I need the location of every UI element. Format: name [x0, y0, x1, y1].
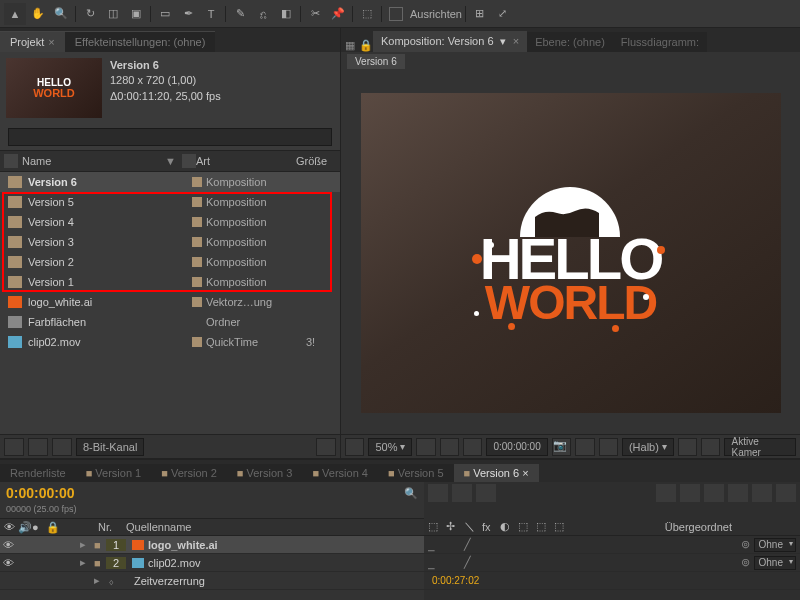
lock-column-icon[interactable]: 🔒 — [46, 521, 58, 533]
shy-toggle-icon[interactable]: ⬚ — [428, 520, 442, 533]
tab-projekt[interactable]: Projekt× — [0, 31, 65, 52]
auto-keyframe-icon[interactable] — [752, 484, 772, 502]
timeline-layer[interactable]: 👁 ▸ ■ 2 clip02.mov — [0, 554, 424, 572]
snapshot-icon[interactable]: 📷 — [552, 438, 571, 456]
timeline-tab[interactable]: ■ Version 5 — [378, 464, 454, 482]
timeline-tab[interactable]: Renderliste — [0, 464, 76, 482]
new-comp-icon[interactable] — [52, 438, 72, 456]
motion-blur-toggle-icon[interactable] — [704, 484, 724, 502]
zoom-tool[interactable]: 🔍 — [50, 3, 72, 25]
draft3d-icon[interactable] — [680, 484, 700, 502]
col-art[interactable]: Art — [196, 155, 296, 167]
brainstorm-icon[interactable] — [728, 484, 748, 502]
lock-icon[interactable]: 🔒 — [359, 39, 373, 52]
label-swatch[interactable] — [192, 337, 202, 347]
eraser-tool[interactable]: ◧ — [275, 3, 297, 25]
parent-dropdown[interactable]: Ohne — [754, 556, 796, 570]
current-timecode[interactable]: 0:00:00:00 — [6, 485, 75, 501]
tab-komposition[interactable]: Komposition: Version 6 ▾ × — [373, 31, 527, 52]
color-mgmt-icon[interactable] — [599, 438, 618, 456]
col-name[interactable]: Name — [22, 155, 51, 167]
solo-column-icon[interactable]: ● — [32, 521, 44, 533]
motion-blur-icon[interactable]: ◐ — [500, 520, 514, 533]
close-icon[interactable]: × — [522, 467, 528, 479]
close-icon[interactable]: × — [513, 35, 519, 47]
comp-flowchart-icon[interactable] — [656, 484, 676, 502]
timeline-tab[interactable]: ■ Version 1 — [76, 464, 152, 482]
close-icon[interactable]: × — [48, 36, 54, 48]
project-item[interactable]: Version 3 Komposition — [0, 232, 340, 252]
label-swatch[interactable] — [192, 297, 202, 307]
transparency-icon[interactable] — [678, 438, 697, 456]
camera-tool[interactable]: ◫ — [102, 3, 124, 25]
zoom-field[interactable]: 50% ▾ — [368, 438, 412, 456]
3d-view-icon[interactable] — [701, 438, 720, 456]
label-swatch[interactable] — [192, 217, 202, 227]
audio-column-icon[interactable]: 🔊 — [18, 521, 30, 533]
label-swatch[interactable] — [192, 237, 202, 247]
label-swatch[interactable] — [192, 277, 202, 287]
tab-flussdiagramm[interactable]: Flussdiagramm: — [613, 32, 707, 52]
shape-tool[interactable]: ▭ — [154, 3, 176, 25]
timeline-tab[interactable]: ■ Version 2 — [151, 464, 227, 482]
selection-tool[interactable]: ▲ — [4, 3, 26, 25]
rotate-tool[interactable]: ↻ — [79, 3, 101, 25]
project-item[interactable]: Version 1 Komposition — [0, 272, 340, 292]
hand-tool[interactable]: ✋ — [27, 3, 49, 25]
label-swatch[interactable] — [192, 197, 202, 207]
timeline-tab[interactable]: ■ Version 3 — [227, 464, 303, 482]
modes-icon[interactable] — [452, 484, 472, 502]
time-remap-row[interactable]: ▸ ⬨ Zeitverzerrung — [0, 572, 424, 590]
camera-field[interactable]: Aktive Kamer — [724, 438, 796, 456]
interpret-footage-icon[interactable] — [4, 438, 24, 456]
resolution-field[interactable]: (Halb) ▾ — [622, 438, 674, 456]
visibility-toggle[interactable]: 👁 — [0, 539, 16, 551]
project-item[interactable]: Version 2 Komposition — [0, 252, 340, 272]
project-item[interactable]: Farbflächen Ordner — [0, 312, 340, 332]
expand-icon[interactable]: ⤢ — [492, 3, 514, 25]
visibility-toggle[interactable]: 👁 — [0, 557, 16, 569]
col-size[interactable]: Größe — [296, 155, 336, 167]
composition-viewer[interactable]: HELLO WORLD — [341, 72, 800, 434]
mask-icon[interactable] — [463, 438, 482, 456]
tag-column-icon[interactable] — [182, 154, 196, 168]
clone-tool[interactable]: ⎌ — [252, 3, 274, 25]
project-item[interactable]: Version 6 Komposition — [0, 172, 340, 192]
grid-icon[interactable] — [416, 438, 435, 456]
project-item[interactable]: logo_white.ai Vektorz…ung — [0, 292, 340, 312]
project-search-input[interactable] — [8, 128, 332, 146]
proxy-icon[interactable]: ⊞ — [469, 3, 491, 25]
search-icon[interactable]: 🔍 — [404, 487, 418, 500]
panel-menu-icon[interactable]: ▦ — [341, 39, 359, 52]
tab-effekt[interactable]: Effekteinstellungen: (ohne) — [65, 31, 216, 52]
tab-ebene[interactable]: Ebene: (ohne) — [527, 32, 613, 52]
roto-tool[interactable]: ✂ — [304, 3, 326, 25]
parent-dropdown[interactable]: Ohne — [754, 538, 796, 552]
trash-icon[interactable] — [316, 438, 336, 456]
timeline-tab[interactable]: ■ Version 4 — [302, 464, 378, 482]
timecode-field[interactable]: 0:00:00:00 — [486, 438, 547, 456]
sub-timecode[interactable]: 0:00:27:02 — [428, 575, 479, 586]
channel-icon[interactable] — [575, 438, 594, 456]
new-folder-icon[interactable] — [28, 438, 48, 456]
shy-icon[interactable] — [776, 484, 796, 502]
breadcrumb-item[interactable]: Version 6 — [347, 54, 405, 69]
project-item[interactable]: clip02.mov QuickTime 3! — [0, 332, 340, 352]
timeline-layer[interactable]: 👁 ▸ ■ 1 logo_white.ai — [0, 536, 424, 554]
brush-tool[interactable]: ✎ — [229, 3, 251, 25]
bit-depth-field[interactable]: 8-Bit-Kanal — [76, 438, 144, 456]
guides-icon[interactable] — [440, 438, 459, 456]
project-item[interactable]: Version 5 Komposition — [0, 192, 340, 212]
label-swatch[interactable] — [192, 177, 202, 187]
text-tool[interactable]: T — [200, 3, 222, 25]
local-axis-icon[interactable]: ⬚ — [356, 3, 378, 25]
pan-behind-tool[interactable]: ▣ — [125, 3, 147, 25]
eye-column-icon[interactable]: 👁 — [4, 521, 16, 533]
region-icon[interactable] — [345, 438, 364, 456]
snap-checkbox[interactable] — [389, 7, 403, 21]
project-item[interactable]: Version 4 Komposition — [0, 212, 340, 232]
puppet-tool[interactable]: 📌 — [327, 3, 349, 25]
graph-icon[interactable] — [476, 484, 496, 502]
pen-tool[interactable]: ✒ — [177, 3, 199, 25]
label-column-icon[interactable] — [4, 154, 18, 168]
